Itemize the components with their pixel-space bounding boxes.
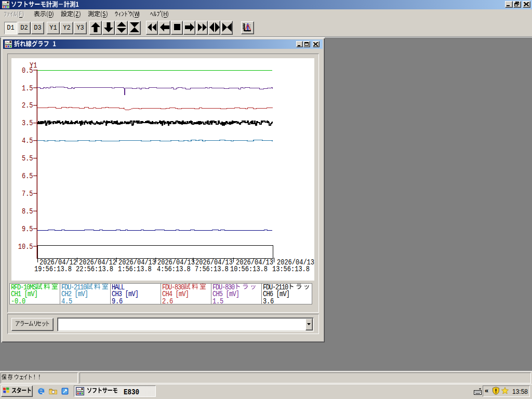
- svg-text:1.5: 1.5: [22, 84, 33, 92]
- svg-text:8.5: 8.5: [22, 207, 33, 216]
- svg-text:5.5: 5.5: [22, 154, 33, 163]
- svg-text:10.5: 10.5: [18, 243, 33, 251]
- svg-text:7.5: 7.5: [22, 190, 33, 198]
- svg-text:6.5: 6.5: [22, 172, 33, 180]
- svg-text:Y1: Y1: [30, 61, 37, 70]
- svg-text:3.5: 3.5: [22, 119, 33, 127]
- svg-text:9.5: 9.5: [22, 225, 33, 233]
- svg-text:4.5: 4.5: [22, 137, 33, 145]
- svg-text:2.5: 2.5: [22, 102, 33, 110]
